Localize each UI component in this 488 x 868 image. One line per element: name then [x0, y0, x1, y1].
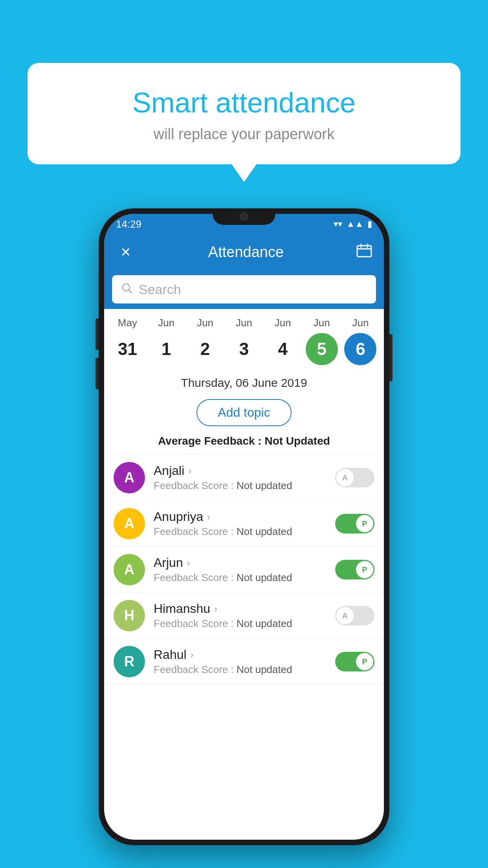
date-label-container: Thursday, 06 June 2019 — [104, 369, 384, 394]
search-input[interactable]: Search — [139, 282, 181, 297]
calendar-day-0[interactable]: May31 — [110, 317, 145, 365]
calendar-day-1[interactable]: Jun1 — [149, 317, 184, 365]
cal-month-label: May — [118, 317, 137, 329]
power-button[interactable] — [389, 334, 393, 381]
app-title: Attendance — [208, 244, 284, 261]
student-row: RRahul ›Feedback Score : Not updatedP — [104, 639, 384, 685]
vol-up-button[interactable] — [95, 318, 99, 350]
toggle-container: P — [335, 652, 374, 671]
student-feedback: Feedback Score : Not updated — [154, 618, 335, 630]
cal-month-label: Jun — [197, 317, 213, 329]
calendar-day-5[interactable]: Jun5 — [304, 317, 339, 365]
calendar-day-3[interactable]: Jun3 — [226, 317, 262, 365]
calendar-day-6[interactable]: Jun6 — [343, 317, 378, 365]
bubble-subtitle: will replace your paperwork — [51, 126, 437, 143]
calendar-icon[interactable] — [356, 243, 372, 261]
student-avatar: H — [114, 600, 145, 631]
student-row: AArjun ›Feedback Score : Not updatedP — [104, 547, 384, 593]
student-feedback: Feedback Score : Not updated — [154, 664, 335, 676]
student-info: Himanshu ›Feedback Score : Not updated — [154, 601, 335, 630]
status-icons: ▾▾ ▲▲ ▮ — [334, 219, 372, 229]
student-feedback: Feedback Score : Not updated — [154, 526, 335, 538]
attendance-toggle[interactable]: A — [335, 606, 374, 625]
toggle-knob: P — [356, 515, 373, 532]
avg-feedback-value: Not Updated — [264, 435, 330, 447]
cal-date-number[interactable]: 3 — [228, 333, 260, 365]
chevron-icon: › — [188, 465, 191, 476]
toggle-knob: P — [356, 653, 373, 670]
toggle-container: P — [335, 560, 374, 579]
speech-bubble: Smart attendance will replace your paper… — [28, 63, 460, 164]
front-camera — [240, 212, 248, 221]
student-info: Arjun ›Feedback Score : Not updated — [154, 555, 335, 584]
calendar-strip: May31Jun1Jun2Jun3Jun4Jun5Jun6 — [104, 309, 384, 369]
attendance-toggle[interactable]: A — [335, 468, 374, 487]
cal-date-number[interactable]: 1 — [150, 333, 182, 365]
vol-down-button[interactable] — [95, 358, 99, 389]
battery-icon: ▮ — [367, 219, 372, 229]
student-avatar: R — [114, 646, 145, 677]
search-icon — [121, 283, 132, 296]
status-time: 14:29 — [116, 218, 141, 230]
student-name[interactable]: Anupriya › — [154, 509, 335, 524]
app-header: × Attendance — [104, 234, 384, 270]
student-avatar: A — [114, 554, 145, 585]
bubble-title: Smart attendance — [51, 86, 437, 119]
chevron-icon: › — [214, 603, 217, 614]
student-name[interactable]: Rahul › — [154, 647, 335, 662]
cal-month-label: Jun — [275, 317, 291, 329]
search-bar[interactable]: Search — [112, 275, 376, 303]
search-container: Search — [104, 270, 384, 309]
toggle-container: A — [335, 468, 374, 487]
cal-date-number[interactable]: 5 — [306, 333, 338, 365]
cal-month-label: Jun — [158, 317, 174, 329]
phone-outer: 14:29 ▾▾ ▲▲ ▮ × Attendance — [99, 208, 389, 845]
selected-date-label: Thursday, 06 June 2019 — [104, 376, 384, 390]
chevron-icon: › — [207, 511, 210, 522]
student-name[interactable]: Anjali › — [154, 463, 335, 478]
chevron-icon: › — [191, 649, 194, 660]
attendance-toggle[interactable]: P — [335, 560, 374, 579]
attendance-toggle[interactable]: P — [335, 652, 374, 671]
phone-container: 14:29 ▾▾ ▲▲ ▮ × Attendance — [99, 208, 389, 845]
cal-date-number[interactable]: 4 — [267, 333, 299, 365]
cal-month-label: Jun — [352, 317, 369, 329]
cal-date-number[interactable]: 6 — [344, 333, 376, 365]
students-list: AAnjali ›Feedback Score : Not updatedAAA… — [104, 455, 384, 685]
toggle-container: A — [335, 606, 374, 625]
student-name[interactable]: Himanshu › — [154, 601, 335, 616]
svg-rect-0 — [357, 246, 371, 257]
wifi-icon: ▾▾ — [334, 219, 342, 229]
chevron-icon: › — [187, 557, 190, 568]
signal-icon: ▲▲ — [346, 219, 363, 229]
phone-screen: 14:29 ▾▾ ▲▲ ▮ × Attendance — [104, 214, 384, 840]
student-avatar: A — [114, 508, 145, 539]
calendar-day-4[interactable]: Jun4 — [265, 317, 301, 365]
speech-bubble-container: Smart attendance will replace your paper… — [28, 63, 460, 164]
student-feedback: Feedback Score : Not updated — [154, 572, 335, 584]
add-topic-button[interactable]: Add topic — [196, 399, 291, 426]
student-row: AAnjali ›Feedback Score : Not updatedA — [104, 455, 384, 501]
calendar-day-2[interactable]: Jun2 — [187, 317, 223, 365]
cal-date-number[interactable]: 31 — [111, 333, 143, 365]
student-avatar: A — [114, 462, 145, 493]
student-feedback: Feedback Score : Not updated — [154, 480, 335, 492]
close-button[interactable]: × — [116, 243, 136, 261]
student-row: AAnupriya ›Feedback Score : Not updatedP — [104, 501, 384, 547]
add-topic-container: Add topic — [104, 394, 384, 433]
average-feedback: Average Feedback : Not Updated — [104, 433, 384, 454]
avg-feedback-label: Average Feedback : — [158, 435, 264, 447]
student-info: Anjali ›Feedback Score : Not updated — [154, 463, 335, 492]
attendance-toggle[interactable]: P — [335, 514, 374, 533]
toggle-knob: A — [336, 607, 354, 624]
toggle-container: P — [335, 514, 374, 533]
student-info: Rahul ›Feedback Score : Not updated — [154, 647, 335, 676]
cal-month-label: Jun — [314, 317, 330, 329]
cal-date-number[interactable]: 2 — [189, 333, 221, 365]
student-name[interactable]: Arjun › — [154, 555, 335, 570]
toggle-knob: A — [336, 469, 354, 486]
phone-notch — [213, 208, 275, 225]
student-row: HHimanshu ›Feedback Score : Not updatedA — [104, 593, 384, 639]
cal-month-label: Jun — [236, 317, 252, 329]
svg-line-5 — [129, 290, 132, 293]
